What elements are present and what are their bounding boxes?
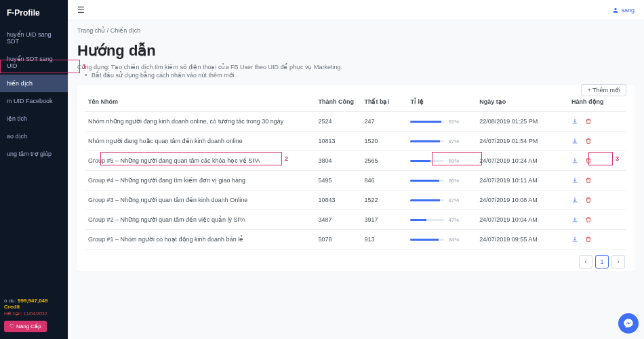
sidebar-item-4[interactable]: iện tích — [0, 110, 68, 127]
pagination-page-1[interactable]: 1 — [595, 255, 609, 268]
chat-fab[interactable] — [618, 313, 639, 334]
cell-rate: 86% — [407, 171, 477, 191]
page-title: Hướng dẫn — [77, 42, 635, 60]
sidebar-item-3[interactable]: m UID Facebook — [0, 92, 68, 110]
trash-icon[interactable] — [585, 118, 592, 125]
page-description: Công dụng: Tạo chiến dịch tìm kiếm số đi… — [77, 64, 635, 79]
cell-name: Group #2 – Những người quan tâm đến việc… — [85, 210, 316, 230]
cell-success: 3487 — [316, 210, 362, 230]
cell-name: Nhóm những người đang kinh doanh online,… — [85, 112, 316, 132]
add-new-button[interactable]: + Thêm mới — [581, 84, 626, 96]
brand-logo: F-Profile — [0, 0, 68, 26]
campaign-card: + Thêm mới Tên Nhóm Thành Công Thất bại … — [77, 85, 635, 271]
sidebar-item-5[interactable]: ao dịch — [0, 127, 68, 145]
cell-rate: 91% — [407, 112, 477, 132]
sidebar-item-0[interactable]: huyển UID sang SDT — [0, 26, 68, 50]
cell-date: 24/07/2019 09:55 AM — [477, 230, 569, 250]
cell-rate: 47% — [407, 210, 477, 230]
campaign-table: Tên Nhóm Thành Công Thất bại Tỉ lệ Ngày … — [85, 92, 626, 250]
cell-success: 3804 — [316, 151, 362, 171]
table-row: Group #3 – Những người quan tâm đến kinh… — [85, 191, 626, 210]
cell-rate: 59% — [407, 151, 477, 171]
pagination-prev[interactable]: ‹ — [579, 255, 592, 268]
table-row: Nhóm những người đang kinh doanh online,… — [85, 112, 626, 132]
topbar: ☰ sang — [68, 0, 644, 20]
cell-fail: 1522 — [361, 191, 407, 210]
th-date: Ngày tạo — [477, 92, 569, 112]
table-row: Group #4 – Những người đang tìm kiếm đơn… — [85, 171, 626, 191]
sidebar-item-1[interactable]: huyển SDT sang UID — [0, 50, 68, 75]
download-icon[interactable] — [571, 216, 578, 223]
download-icon[interactable] — [571, 177, 578, 184]
table-row: Group #1 – Nhóm người có hoạt động kinh … — [85, 230, 626, 250]
table-row: Nhóm người đang hoặc quan tâm đến kinh d… — [85, 132, 626, 151]
download-icon[interactable] — [571, 118, 578, 125]
annotation-label-1: 1 — [83, 63, 86, 70]
main-area: ☰ sang Trang chủ / Chiến dịch Hướng dẫn … — [68, 0, 644, 339]
credit-expiry: Hết hạn: 11/04/2032 — [4, 311, 64, 317]
cell-fail: 1520 — [361, 132, 407, 151]
sidebar-item-6[interactable]: ung tâm trợ giúp — [0, 145, 68, 163]
download-icon[interactable] — [571, 138, 578, 144]
cell-fail: 2565 — [361, 151, 407, 171]
content: Trang chủ / Chiến dịch Hướng dẫn Công dụ… — [68, 20, 644, 271]
heart-icon: ♡ — [9, 323, 14, 330]
cell-actions — [569, 112, 626, 132]
cell-actions — [569, 210, 626, 230]
th-success: Thành Công — [316, 92, 362, 112]
cell-success: 5495 — [316, 171, 362, 191]
cell-actions — [569, 230, 626, 250]
cell-rate: 87% — [407, 191, 477, 210]
sidebar-footer: ò du: 999,947,049 Credit Hết hạn: 11/04/… — [0, 298, 68, 332]
cell-date: 24/07/2019 10:04 AM — [477, 210, 569, 230]
upgrade-button[interactable]: ♡ Nâng Cấp — [4, 321, 47, 332]
breadcrumb-current: Chiến dịch — [110, 27, 141, 34]
cell-fail: 846 — [361, 171, 407, 191]
sidebar-nav: huyển UID sang SDThuyển SDT sang UIDhiến… — [0, 26, 68, 163]
download-icon[interactable] — [571, 236, 578, 243]
cell-date: 22/08/2019 01:25 PM — [477, 112, 569, 132]
trash-icon[interactable] — [585, 157, 592, 164]
cell-name: Group #1 – Nhóm người có hoạt động kinh … — [85, 230, 316, 250]
trash-icon[interactable] — [585, 216, 592, 223]
cell-date: 24/07/2019 10:11 AM — [477, 171, 569, 191]
user-menu[interactable]: sang — [612, 7, 635, 14]
cell-actions — [569, 191, 626, 210]
credit-balance: ò du: 999,947,049 Credit — [4, 298, 64, 310]
sidebar-item-2[interactable]: hiến dịch — [0, 75, 68, 92]
annotation-label-2: 2 — [285, 155, 288, 162]
th-fail: Thất bại — [361, 92, 407, 112]
cell-rate: 84% — [407, 230, 477, 250]
cell-name: Group #4 – Những người đang tìm kiếm đơn… — [85, 171, 316, 191]
trash-icon[interactable] — [585, 197, 592, 203]
cell-success: 10813 — [316, 132, 362, 151]
cell-fail: 3917 — [361, 210, 407, 230]
table-row: Group #5 – Những người đang quan tâm các… — [85, 151, 626, 171]
user-icon — [612, 7, 619, 14]
download-icon[interactable] — [571, 157, 578, 164]
pagination: ‹ 1 › — [85, 255, 626, 268]
breadcrumb-home[interactable]: Trang chủ — [77, 27, 105, 34]
trash-icon[interactable] — [585, 236, 592, 243]
trash-icon[interactable] — [585, 177, 592, 184]
menu-toggle-icon[interactable]: ☰ — [77, 5, 85, 15]
trash-icon[interactable] — [585, 138, 592, 144]
cell-date: 24/07/2019 10:08 AM — [477, 191, 569, 210]
table-row: Group #2 – Những người quan tâm đến việc… — [85, 210, 626, 230]
pagination-next[interactable]: › — [611, 255, 625, 268]
cell-success: 10843 — [316, 191, 362, 210]
annotation-label-3: 3 — [616, 155, 619, 162]
download-icon[interactable] — [571, 197, 578, 203]
cell-name: Nhóm người đang hoặc quan tâm đến kinh d… — [85, 132, 316, 151]
cell-name: Group #3 – Những người quan tâm đến kinh… — [85, 191, 316, 210]
breadcrumb: Trang chủ / Chiến dịch — [77, 20, 635, 41]
cell-actions — [569, 171, 626, 191]
cell-rate: 87% — [407, 132, 477, 151]
cell-date: 24/07/2019 01:54 PM — [477, 132, 569, 151]
cell-name: Group #5 – Những người đang quan tâm các… — [85, 151, 316, 171]
cell-fail: 247 — [361, 112, 407, 132]
sidebar: F-Profile huyển UID sang SDThuyển SDT sa… — [0, 0, 68, 339]
th-name: Tên Nhóm — [85, 92, 316, 112]
svg-point-0 — [615, 7, 617, 9]
th-rate: Tỉ lệ — [407, 92, 477, 112]
